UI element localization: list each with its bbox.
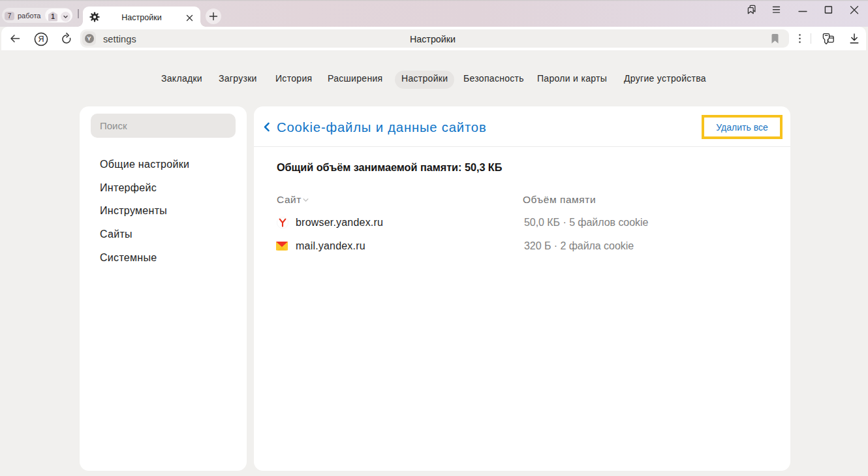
svg-text:Я: Я: [38, 35, 44, 44]
